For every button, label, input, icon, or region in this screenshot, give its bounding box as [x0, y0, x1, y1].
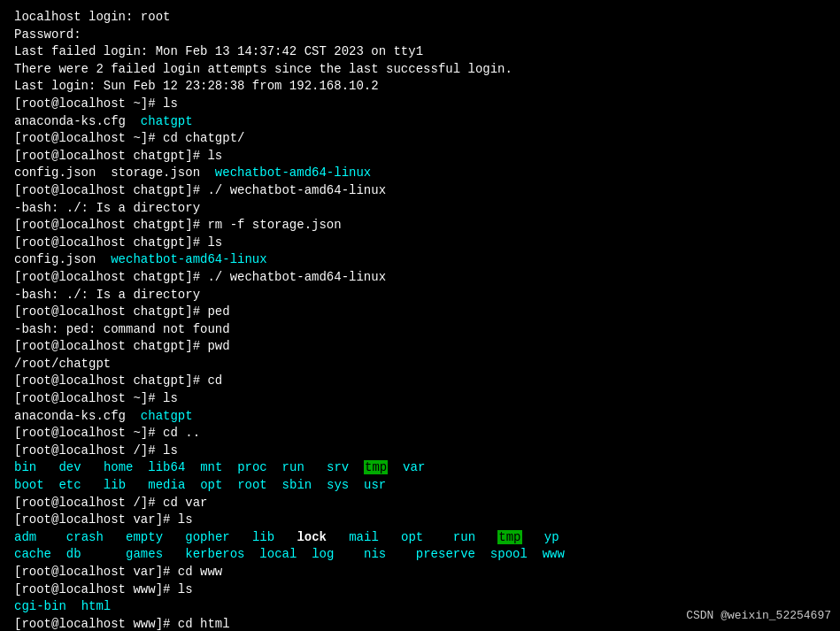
line-cd-home: [root@localhost chatgpt]# cd — [14, 373, 826, 390]
line-ls5-row2: boot etc lib media opt root sbin sys usr — [14, 477, 826, 495]
line-prompt-5: [root@localhost /]# ls — [14, 442, 826, 460]
line-pwd: [root@localhost chatgpt]# pwd — [14, 338, 826, 356]
terminal: localhost login: root Password: Last fai… — [0, 0, 840, 631]
line-last-login: Last login: Sun Feb 12 23:28:38 from 192… — [14, 78, 826, 96]
line-cd-dotdot: [root@localhost ~]# cd .. — [14, 425, 826, 442]
line-ped-notfound: -bash: ped: command not found — [14, 321, 826, 339]
line-ls4: anaconda-ks.cfg chatgpt — [14, 408, 826, 426]
line-ls2: config.json storage.json wechatbot-amd64… — [14, 165, 826, 182]
line-password: Password: — [14, 27, 826, 44]
line-login: localhost login: root — [14, 9, 826, 27]
line-prompt-2: [root@localhost chatgpt]# ls — [14, 148, 826, 165]
line-ls5-row1: bin dev home lib64 mnt proc run srv tmp … — [14, 459, 826, 477]
line-prompt-3: [root@localhost chatgpt]# ls — [14, 235, 826, 252]
line-ls6-row1: adm crash empty gopher lib lock mail opt… — [14, 529, 826, 547]
line-cd-var: [root@localhost /]# cd var — [14, 495, 826, 512]
line-ls6-row2: cache db games kerberos local log nis pr… — [14, 546, 826, 564]
line-prompt-4: [root@localhost ~]# ls — [14, 390, 826, 408]
line-ls1: anaconda-ks.cfg chatgpt — [14, 113, 826, 131]
line-cd-www: [root@localhost var]# cd www — [14, 564, 826, 581]
line-rm: [root@localhost chatgpt]# rm -f storage.… — [14, 217, 826, 235]
line-run1: [root@localhost chatgpt]# ./ wechatbot-a… — [14, 182, 826, 200]
watermark: CSDN @weixin_52254697 — [686, 608, 831, 624]
line-prompt-7: [root@localhost www]# ls — [14, 581, 826, 599]
line-cd-chatgpt: [root@localhost ~]# cd chatgpt/ — [14, 130, 826, 148]
line-prompt-6: [root@localhost var]# ls — [14, 512, 826, 529]
line-bash-dir2: -bash: ./: Is a directory — [14, 287, 826, 304]
line-failed-attempts: There were 2 failed login attempts since… — [14, 61, 826, 79]
line-run2: [root@localhost chatgpt]# ./ wechatbot-a… — [14, 269, 826, 287]
line-ls3: config.json wechatbot-amd64-linux — [14, 251, 826, 269]
line-prompt-1: [root@localhost ~]# ls — [14, 96, 826, 113]
line-pwd-result: /root/chatgpt — [14, 356, 826, 373]
line-ped: [root@localhost chatgpt]# ped — [14, 304, 826, 321]
line-bash-dir1: -bash: ./: Is a directory — [14, 200, 826, 218]
line-failed-login: Last failed login: Mon Feb 13 14:37:42 C… — [14, 43, 826, 61]
